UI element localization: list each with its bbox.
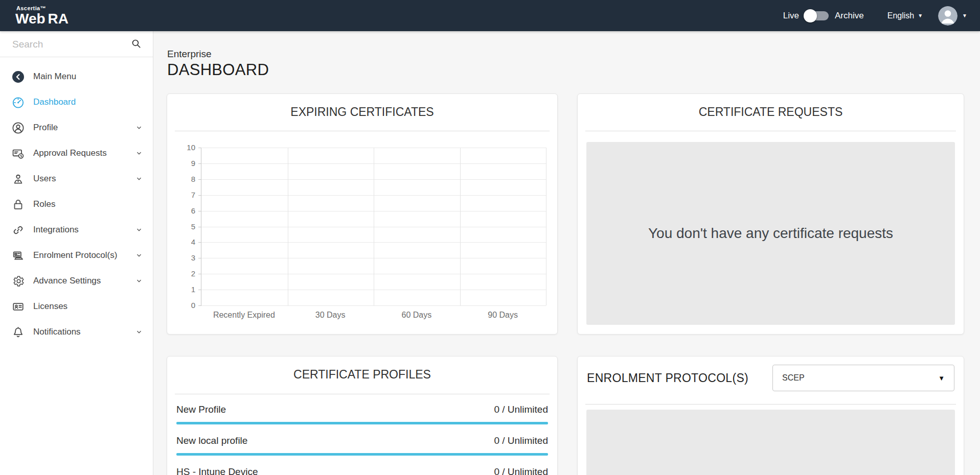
- sidebar-item-label: Notifications: [33, 327, 81, 337]
- sidebar-item-dashboard[interactable]: Dashboard: [0, 89, 153, 115]
- card-title: CERTIFICATE REQUESTS: [578, 105, 964, 119]
- brand-ra: RA: [48, 11, 69, 26]
- card-title: EXPIRING CERTIFICATES: [167, 105, 557, 119]
- x-axis-label: 60 Days: [374, 311, 460, 320]
- enrolment-protocols-card: ENROLMENT PROTOCOL(S) SCEP ▼: [577, 356, 964, 475]
- chevron-down-icon: [135, 226, 143, 233]
- profile-menu-caret[interactable]: ▼: [962, 13, 967, 18]
- profile-usage-value: 0 / Unlimited: [494, 466, 548, 475]
- enrolment-card-header: ENROLMENT PROTOCOL(S) SCEP ▼: [587, 365, 954, 391]
- y-tick-mark: [198, 227, 201, 227]
- chevron-down-icon: [135, 175, 143, 182]
- profile-name: HS - Intune Device: [176, 466, 258, 475]
- y-tick-mark: [198, 305, 201, 306]
- bell-icon: [11, 325, 25, 339]
- protocol-select[interactable]: SCEP ▼: [772, 365, 954, 391]
- divider: [175, 131, 550, 131]
- page-head: Enterprise DASHBOARD: [167, 49, 269, 79]
- empty-state-message: You don't have any certificate requests: [648, 225, 893, 242]
- live-archive-toggle[interactable]: [805, 11, 829, 20]
- user-silhouette-icon: [938, 6, 958, 26]
- sidebar-item-licenses[interactable]: Licenses: [0, 294, 153, 319]
- expiring-certificates-card: EXPIRING CERTIFICATES 109876543210 Recen…: [167, 93, 558, 335]
- sidebar-search: [0, 31, 153, 57]
- divider: [175, 394, 550, 394]
- language-dropdown[interactable]: English ▼: [887, 11, 923, 20]
- sidebar-item-notifications[interactable]: Notifications: [0, 319, 153, 345]
- sidebar-item-enrolment-protocol-s[interactable]: Enrolment Protocol(s): [0, 243, 153, 268]
- avatar[interactable]: [938, 6, 958, 26]
- card-title: CERTIFICATE PROFILES: [167, 368, 557, 382]
- profile-row-hs-intune-device[interactable]: HS - Intune Device0 / Unlimited: [176, 466, 548, 475]
- brand-webra: WebRA: [15, 11, 69, 26]
- divider: [585, 404, 956, 405]
- profile-row-new-local-profile[interactable]: New local profile0 / Unlimited: [176, 435, 548, 456]
- profile-name: New local profile: [176, 435, 247, 446]
- y-tick-mark: [198, 148, 201, 148]
- sidebar-item-advance-settings[interactable]: Advance Settings: [0, 268, 153, 294]
- gridline-vertical: [460, 148, 461, 305]
- chevron-down-icon: [135, 252, 143, 259]
- brand-web: Web: [15, 11, 45, 26]
- certificate-profiles-card: CERTIFICATE PROFILES New Profile0 / Unli…: [167, 356, 558, 475]
- y-tick-mark: [198, 211, 201, 211]
- chart-plot-area: 109876543210: [201, 148, 546, 306]
- search-input[interactable]: [12, 35, 130, 54]
- top-navbar: Ascertia™ WebRA Live Archive English ▼ ▼: [0, 0, 980, 31]
- chevron-down-icon: [135, 150, 143, 157]
- y-tick-label: 1: [191, 285, 195, 294]
- certificate-requests-empty-panel: You don't have any certificate requests: [586, 142, 955, 325]
- profile-usage-value: 0 / Unlimited: [494, 435, 548, 446]
- sidebar-item-label: Dashboard: [33, 97, 76, 107]
- back-circle-icon: [11, 70, 25, 84]
- toggle-knob[interactable]: [804, 9, 817, 22]
- sidebar-item-label: Main Menu: [33, 72, 76, 82]
- chevron-down-icon: ▼: [918, 13, 923, 18]
- profile-progress-bar: [176, 422, 548, 424]
- sidebar-menu: Main MenuDashboardProfileApproval Reques…: [0, 57, 153, 345]
- profile-icon: [11, 121, 25, 135]
- y-tick-mark: [198, 195, 201, 196]
- users-icon: [11, 172, 25, 186]
- sidebar-item-integrations[interactable]: Integrations: [0, 217, 153, 243]
- gridline-vertical: [374, 148, 374, 305]
- brand-logo[interactable]: Ascertia™ WebRA: [15, 5, 69, 26]
- x-axis-label: Recently Expired: [201, 311, 287, 320]
- profile-name: New Profile: [176, 404, 226, 415]
- y-tick-mark: [198, 274, 201, 274]
- profile-row-new-profile[interactable]: New Profile0 / Unlimited: [176, 404, 548, 424]
- y-tick-mark: [198, 163, 201, 164]
- sidebar-item-users[interactable]: Users: [0, 166, 153, 192]
- y-tick-mark: [198, 290, 201, 290]
- sidebar-item-label: Integrations: [33, 225, 79, 235]
- y-tick-label: 9: [191, 159, 195, 168]
- expiring-certificates-chart: 109876543210 Recently Expired30 Days60 D…: [176, 148, 546, 320]
- search-icon[interactable]: [131, 38, 142, 49]
- y-tick-mark: [198, 242, 201, 243]
- gridline-vertical: [288, 148, 288, 305]
- certificate-requests-card: CERTIFICATE REQUESTS You don't have any …: [577, 93, 964, 335]
- protocol-select-value: SCEP: [782, 373, 805, 383]
- chevron-down-icon: ▼: [938, 374, 945, 382]
- sidebar-item-approval-requests[interactable]: Approval Requests: [0, 140, 153, 166]
- chevron-down-icon: [135, 124, 143, 131]
- profile-row-line: New local profile0 / Unlimited: [176, 435, 548, 446]
- archive-label: Archive: [835, 11, 864, 21]
- sidebar-item-roles[interactable]: Roles: [0, 192, 153, 217]
- profile-rows: New Profile0 / UnlimitedNew local profil…: [176, 404, 548, 475]
- enrolment-device-icon: [11, 249, 25, 263]
- sidebar-item-main-menu[interactable]: Main Menu: [0, 64, 153, 89]
- enrolment-empty-panel: [586, 410, 955, 475]
- x-axis-label: 90 Days: [460, 311, 546, 320]
- y-tick-label: 0: [191, 301, 195, 310]
- sidebar-item-profile[interactable]: Profile: [0, 115, 153, 140]
- link-icon: [11, 223, 25, 237]
- breadcrumb-enterprise: Enterprise: [167, 49, 269, 60]
- brand-ascertia: Ascertia™: [16, 5, 69, 11]
- y-tick-mark: [198, 179, 201, 180]
- sidebar-item-label: Users: [33, 174, 56, 184]
- gridline-vertical: [546, 148, 546, 305]
- dashboard-gauge-icon: [11, 96, 25, 109]
- sidebar-item-label: Enrolment Protocol(s): [33, 250, 117, 260]
- x-axis-label: 30 Days: [287, 311, 374, 320]
